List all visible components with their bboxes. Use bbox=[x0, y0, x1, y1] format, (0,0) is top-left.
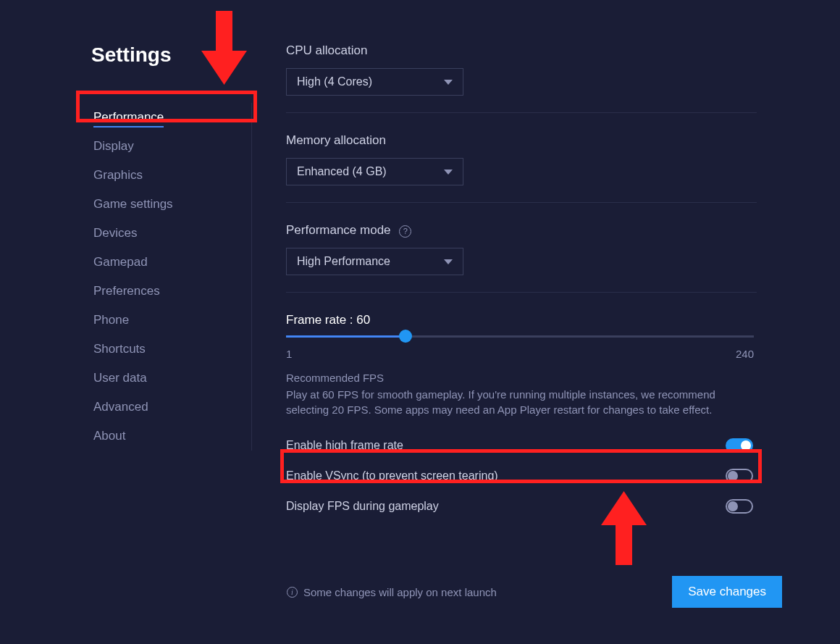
sidebar-item-performance[interactable]: Performance bbox=[89, 103, 230, 132]
toggle-label-vsync: Enable VSync (to prevent screen tearing) bbox=[286, 469, 498, 482]
toggle-label-display-fps: Display FPS during gameplay bbox=[286, 500, 439, 513]
slider-track bbox=[286, 335, 754, 338]
dropdown-value: High Performance bbox=[297, 255, 390, 268]
toggle-thumb bbox=[741, 440, 751, 451]
dropdown-value: High (4 Cores) bbox=[297, 75, 372, 88]
performance-mode-label: Performance mode ? bbox=[286, 223, 757, 238]
frame-rate-label: Frame rate : 60 bbox=[286, 313, 757, 327]
slider-min: 1 bbox=[286, 348, 292, 360]
info-icon: i bbox=[287, 587, 298, 598]
toggle-display-fps[interactable] bbox=[726, 499, 753, 514]
recommended-fps-text: Play at 60 FPS for smooth gameplay. If y… bbox=[286, 387, 752, 417]
performance-mode-dropdown[interactable]: High Performance bbox=[286, 248, 463, 275]
slider-fill bbox=[286, 335, 406, 338]
sidebar-item-advanced[interactable]: Advanced bbox=[89, 393, 230, 422]
recommended-fps-title: Recommended FPS bbox=[286, 372, 757, 384]
footer-note: i Some changes will apply on next launch bbox=[287, 586, 497, 598]
sidebar-item-display[interactable]: Display bbox=[89, 132, 230, 161]
save-changes-button[interactable]: Save changes bbox=[672, 576, 782, 608]
toggle-vsync[interactable] bbox=[726, 469, 753, 483]
sidebar-item-devices[interactable]: Devices bbox=[89, 219, 230, 248]
slider-thumb[interactable] bbox=[399, 330, 412, 343]
sidebar-item-preferences[interactable]: Preferences bbox=[89, 277, 230, 306]
toggle-label-high-fps: Enable high frame rate bbox=[286, 439, 403, 452]
sidebar-item-user-data[interactable]: User data bbox=[89, 364, 230, 393]
sidebar-item-gamepad[interactable]: Gamepad bbox=[89, 248, 230, 277]
sidebar-item-game-settings[interactable]: Game settings bbox=[89, 190, 230, 219]
sidebar-item-graphics[interactable]: Graphics bbox=[89, 161, 230, 190]
sidebar-item-label: Performance bbox=[93, 110, 164, 127]
annotation-arrow-down bbox=[201, 11, 247, 85]
toggle-thumb bbox=[728, 471, 738, 481]
dropdown-value: Enhanced (4 GB) bbox=[297, 165, 387, 178]
svg-marker-0 bbox=[201, 11, 247, 85]
cpu-allocation-dropdown[interactable]: High (4 Cores) bbox=[286, 68, 463, 96]
main-content: CPU allocation High (4 Cores) Memory all… bbox=[252, 43, 840, 527]
memory-allocation-label: Memory allocation bbox=[286, 133, 757, 148]
cpu-allocation-label: CPU allocation bbox=[286, 43, 757, 58]
frame-rate-slider[interactable] bbox=[286, 335, 754, 338]
toggle-high-frame-rate[interactable] bbox=[726, 438, 753, 453]
chevron-down-icon bbox=[444, 80, 453, 85]
slider-range-labels: 1 240 bbox=[286, 348, 754, 360]
sidebar-item-shortcuts[interactable]: Shortcuts bbox=[89, 335, 230, 364]
footer: i Some changes will apply on next launch… bbox=[287, 576, 782, 608]
settings-sidebar: Performance Display Graphics Game settin… bbox=[89, 103, 252, 451]
sidebar-item-phone[interactable]: Phone bbox=[89, 306, 230, 335]
svg-marker-1 bbox=[601, 491, 647, 565]
sidebar-item-about[interactable]: About bbox=[89, 422, 230, 451]
annotation-arrow-up bbox=[601, 491, 647, 565]
chevron-down-icon bbox=[444, 170, 453, 175]
toggle-thumb bbox=[728, 501, 738, 511]
memory-allocation-dropdown[interactable]: Enhanced (4 GB) bbox=[286, 158, 463, 185]
slider-max: 240 bbox=[736, 348, 754, 360]
help-icon[interactable]: ? bbox=[399, 225, 411, 238]
chevron-down-icon bbox=[444, 259, 453, 264]
